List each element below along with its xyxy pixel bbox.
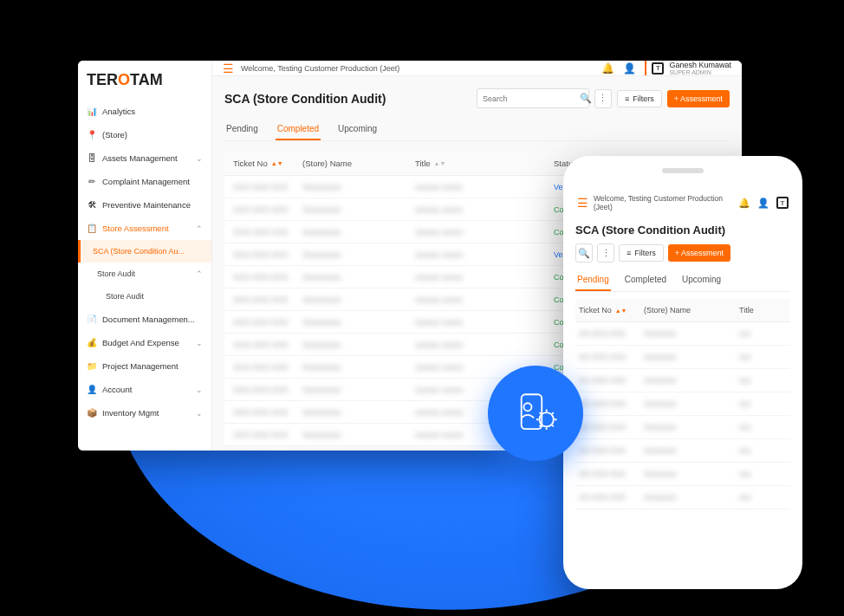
- filter-icon: ≡: [625, 94, 629, 103]
- notification-icon[interactable]: 🔔: [738, 198, 750, 209]
- filter-icon: ≡: [627, 249, 631, 257]
- sidebar-item[interactable]: 📍(Store): [78, 123, 211, 146]
- search-icon[interactable]: 🔍: [580, 93, 592, 104]
- more-button[interactable]: ⋮: [597, 243, 614, 263]
- sort-icon[interactable]: ▲▼: [615, 308, 627, 314]
- table-row[interactable]: XX-XXX-XXXXxxxxxxxxxx: [575, 416, 790, 439]
- sidebar-item[interactable]: 💰Budget And Expense⌄: [78, 331, 211, 354]
- tab-pending[interactable]: Pending: [224, 119, 260, 140]
- sort-icon[interactable]: ▲▼: [434, 160, 446, 166]
- sidebar-item[interactable]: 📄Document Managemen...: [78, 308, 211, 331]
- sort-icon[interactable]: ▲▼: [271, 160, 283, 166]
- sidebar-item[interactable]: 📊Analytics: [78, 100, 211, 123]
- tabs: PendingCompletedUpcoming: [224, 119, 730, 141]
- table-row[interactable]: XX-XXX-XXXXxxxxxxxxxx: [575, 322, 790, 346]
- sidebar-item[interactable]: ✏Complaint Management: [78, 170, 211, 193]
- sidebar-item[interactable]: Store Audit⌃: [78, 263, 211, 285]
- table-row[interactable]: XX-XXX-XXXXxxxxxxxxxx: [575, 463, 790, 486]
- sidebar-item[interactable]: 🗄Assets Management⌄: [78, 146, 211, 170]
- assessment-button[interactable]: + Assessment: [668, 244, 730, 262]
- filters-button[interactable]: ≡Filters: [619, 244, 664, 262]
- page-title: SCA (Store Condition Audit): [575, 224, 790, 237]
- page-title: SCA (Store Condition Audit): [224, 92, 386, 106]
- topbar: ☰ Welcome, Testing Customer Production (…: [212, 61, 742, 76]
- table-row[interactable]: XX-XXX-XXXXxxxxxxxxxx: [575, 392, 790, 416]
- tab-upcoming[interactable]: Upcoming: [680, 269, 723, 291]
- brand-small-icon: T: [652, 62, 664, 75]
- sidebar: TEROTAM 📊Analytics📍(Store)🗄Assets Manage…: [78, 61, 212, 451]
- table-row[interactable]: XX-XXX-XXXXxxxxxxxxxx: [575, 486, 790, 509]
- table-row[interactable]: XX-XXX-XXXXxxxxxxxxxx: [575, 369, 790, 392]
- tab-completed[interactable]: Completed: [276, 119, 321, 140]
- user-profile[interactable]: T Ganesh Kumawat SUPER ADMIN: [645, 61, 731, 75]
- sidebar-item[interactable]: SCA (Store Condition Au...: [78, 240, 211, 263]
- notification-icon[interactable]: 🔔: [601, 62, 614, 75]
- sidebar-item[interactable]: 📦Inventory Mgmt⌄: [78, 401, 211, 425]
- search-button[interactable]: 🔍: [575, 243, 593, 263]
- sidebar-item[interactable]: 🛠Preventive Maintenance: [78, 193, 211, 217]
- table-row[interactable]: XX-XXX-XXXXxxxxxxxxxx: [575, 346, 790, 369]
- feature-badge: [488, 366, 583, 461]
- brand-small-icon: T: [776, 197, 789, 209]
- menu-toggle-icon[interactable]: ☰: [223, 62, 234, 75]
- svg-point-1: [523, 403, 531, 411]
- more-button[interactable]: ⋮: [594, 89, 612, 108]
- account-settings-icon: [510, 388, 561, 438]
- tab-completed[interactable]: Completed: [623, 269, 668, 291]
- brand-logo: TEROTAM: [78, 61, 211, 100]
- user-icon[interactable]: 👤: [623, 62, 636, 75]
- sidebar-item[interactable]: Store Audit: [78, 285, 211, 308]
- tab-upcoming[interactable]: Upcoming: [336, 119, 379, 140]
- filters-button[interactable]: ≡Filters: [617, 90, 662, 107]
- sidebar-item[interactable]: 📋Store Assessment⌃: [78, 217, 211, 240]
- menu-toggle-icon[interactable]: ☰: [577, 196, 588, 210]
- table-row[interactable]: XX-XXX-XXXXxxxxxxxxxx: [575, 439, 790, 463]
- sidebar-item[interactable]: 👤Account⌄: [78, 378, 211, 401]
- welcome-text: Welcome, Testing Customer Production (Je…: [594, 194, 738, 211]
- search-input[interactable]: [483, 94, 580, 103]
- svg-rect-0: [522, 394, 542, 429]
- sidebar-item[interactable]: 📁Project Management: [78, 354, 211, 378]
- user-icon[interactable]: 👤: [757, 198, 769, 209]
- search-input-wrap[interactable]: 🔍: [477, 88, 589, 108]
- mobile-window: ☰ Welcome, Testing Customer Production (…: [563, 156, 802, 589]
- welcome-text: Welcome, Testing Customer Production (Je…: [241, 64, 399, 73]
- assessment-button[interactable]: + Assessment: [667, 90, 730, 107]
- tab-pending[interactable]: Pending: [575, 269, 611, 291]
